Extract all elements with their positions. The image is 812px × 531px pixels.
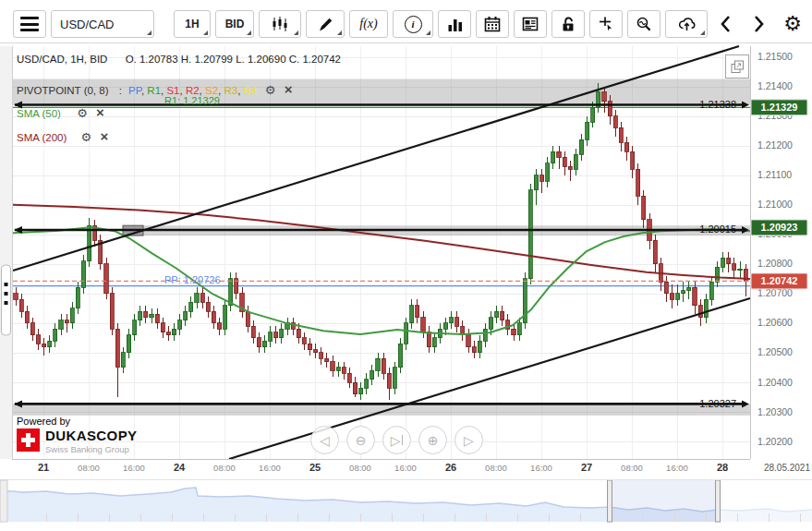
info-button[interactable]: i	[393, 10, 433, 38]
time-axis-label: 08:00	[213, 463, 236, 473]
chevron-right-icon	[751, 14, 766, 34]
pivot-line-label: PP: 1.20726	[164, 274, 221, 285]
time-axis-label: 16:00	[666, 463, 688, 473]
crosshair-icon	[598, 16, 614, 32]
volume-bars-icon	[446, 16, 464, 33]
symbol-label: USD/CAD	[52, 18, 153, 31]
price-side-select[interactable]: BID	[215, 10, 254, 38]
slider-grip-dot	[5, 301, 8, 305]
dropdown-corner-icon	[426, 30, 430, 35]
time-axis-label: 28	[717, 462, 728, 473]
navigator-handle[interactable]	[608, 480, 612, 522]
navigator-future-mask	[718, 480, 812, 522]
time-axis-label: 16:00	[259, 463, 281, 473]
scroll-left-button[interactable]	[712, 10, 740, 38]
price-badge-label: 1.21329	[761, 102, 798, 113]
period-select[interactable]: 1H	[174, 10, 211, 38]
zoom-out-button[interactable]: ⊖	[346, 426, 375, 454]
sma200-line	[13, 205, 750, 279]
ray-price-label: 1.20915	[699, 223, 736, 235]
slider-grip-dot	[5, 283, 8, 286]
crosshair-button[interactable]	[589, 10, 623, 38]
time-axis-label: 26	[445, 462, 456, 473]
function-icon: f(x)	[359, 17, 377, 31]
time-axis-label: 27	[581, 462, 592, 473]
hamburger-icon	[20, 14, 39, 35]
symbol-select[interactable]: USD/CAD	[51, 10, 154, 38]
navigator-left-cap	[0, 480, 7, 522]
dropdown-corner-icon	[247, 30, 251, 35]
price-axis-label: 1.20800	[757, 258, 793, 269]
cloud-upload-icon	[678, 16, 696, 32]
navigator-selection[interactable]	[610, 480, 718, 522]
indicators-button[interactable]: f(x)	[349, 10, 388, 38]
slider-grip-dot	[5, 292, 8, 296]
price-axis-label: 1.21100	[757, 169, 792, 180]
step-forward-button[interactable]: ▷	[454, 426, 483, 454]
price-axis-label: 1.20600	[757, 317, 793, 328]
price-zone[interactable]	[13, 404, 750, 415]
date-label: 28.05.2021	[764, 463, 810, 473]
price-axis-label: 1.21500	[757, 51, 793, 62]
candlestick-icon	[271, 15, 289, 33]
step-back-button[interactable]: ◁	[310, 426, 339, 454]
grid-lines	[13, 46, 750, 459]
sma50-settings-gear-icon[interactable]: ⚙	[77, 106, 88, 120]
sma200-settings-gear-icon[interactable]: ⚙	[81, 130, 92, 144]
time-axis-label: 16:00	[123, 463, 145, 473]
go-to-latest-button[interactable]: ▷	[382, 426, 411, 454]
price-badge-label: 1.20923	[761, 222, 798, 233]
info-icon: i	[405, 16, 422, 33]
pencil-icon	[317, 16, 333, 32]
time-axis-label: 16:00	[394, 463, 417, 473]
sma50-line	[13, 227, 750, 334]
time-axis-label: 08:00	[78, 463, 100, 473]
left-scale-track	[0, 46, 12, 459]
time-axis-label: 21	[38, 462, 49, 473]
zoom-mode-button[interactable]	[627, 10, 661, 38]
ray-price-label: 1.21338	[699, 99, 736, 110]
dropdown-corner-icon	[337, 30, 342, 35]
price-side-label: BID	[225, 18, 245, 30]
lock-button[interactable]	[551, 10, 585, 38]
time-axis-label: 24	[174, 462, 186, 473]
pivot-remove-icon[interactable]: ×	[285, 81, 293, 97]
sma200-remove-icon[interactable]: ×	[100, 128, 108, 144]
price-axis-label: 1.21400	[757, 80, 793, 91]
sma50-remove-icon[interactable]: ×	[96, 104, 104, 120]
dropdown-corner-icon	[294, 30, 298, 35]
volume-button[interactable]	[438, 10, 471, 38]
chart-type-button[interactable]	[259, 10, 301, 38]
pivot-line-label: R1: 1.21329	[164, 95, 220, 106]
menu-button[interactable]	[13, 10, 46, 38]
detach-chart-button[interactable]	[725, 54, 749, 78]
pivot-settings-gear-icon[interactable]: ⚙	[265, 83, 276, 97]
zoom-in-button[interactable]: ⊕	[418, 426, 447, 454]
ray-price-label: 1.20327	[699, 398, 736, 409]
popout-icon	[731, 60, 745, 74]
price-axis-label: 1.20500	[757, 346, 793, 357]
news-button[interactable]	[514, 10, 547, 38]
price-axis-label: 1.20400	[757, 377, 793, 388]
price-zone[interactable]	[13, 79, 750, 105]
time-axis-label: 08:00	[621, 463, 643, 473]
dropdown-corner-icon	[147, 30, 151, 35]
save-upload-button[interactable]	[665, 10, 708, 38]
navigator-handle[interactable]	[716, 480, 721, 522]
calendar-button[interactable]	[476, 10, 509, 38]
zoom-search-icon	[636, 16, 652, 32]
calendar-icon	[484, 16, 501, 32]
price-badge-label: 1.20742	[761, 275, 798, 286]
news-icon	[522, 16, 539, 32]
period-label: 1H	[185, 18, 199, 30]
dropdown-corner-icon	[700, 30, 705, 35]
lock-open-icon	[560, 16, 576, 32]
gear-icon: ⚙	[783, 14, 802, 34]
settings-button[interactable]: ⚙	[777, 10, 808, 38]
vertical-scale-slider[interactable]	[2, 265, 11, 335]
scroll-right-button[interactable]	[745, 10, 772, 38]
draw-tools-button[interactable]	[306, 10, 345, 38]
candles-layer	[14, 83, 747, 400]
price-axis-label: 1.21000	[757, 199, 793, 210]
price-axis-label: 1.20200	[757, 436, 793, 447]
